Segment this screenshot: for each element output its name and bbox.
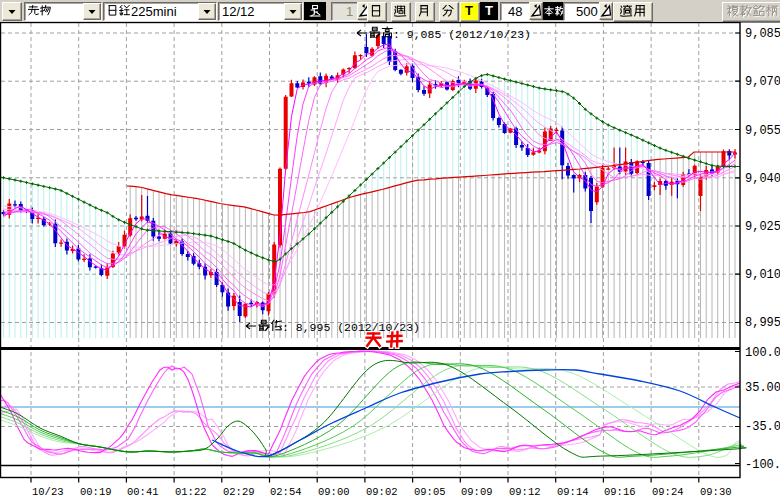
svg-text:-100.: -100. — [745, 458, 780, 472]
svg-text:: 9,085 (2012/10/23): : 9,085 (2012/10/23) — [393, 28, 531, 41]
svg-text:00:19: 00:19 — [80, 486, 112, 498]
svg-text:09:24: 09:24 — [652, 486, 684, 498]
svg-text:10/23: 10/23 — [32, 486, 64, 498]
svg-text:8,995: 8,995 — [745, 316, 780, 330]
svg-text:09:12: 09:12 — [509, 486, 541, 498]
svg-text:9,070: 9,070 — [745, 75, 780, 89]
svg-text:02:54: 02:54 — [270, 486, 302, 498]
svg-text:09:09: 09:09 — [461, 486, 493, 498]
svg-text:02:29: 02:29 — [223, 486, 255, 498]
svg-text:09:30: 09:30 — [700, 486, 732, 498]
svg-text:9,085: 9,085 — [745, 27, 780, 41]
svg-text:-35.0: -35.0 — [745, 420, 780, 434]
svg-text:09:00: 09:00 — [318, 486, 350, 498]
svg-text:9,010: 9,010 — [745, 268, 780, 282]
svg-text:35.00: 35.00 — [745, 381, 780, 395]
svg-text:9,025: 9,025 — [745, 220, 780, 234]
svg-text:01:22: 01:22 — [175, 486, 207, 498]
svg-text:09:02: 09:02 — [366, 486, 398, 498]
svg-text:9,040: 9,040 — [745, 172, 780, 186]
svg-text:09:05: 09:05 — [414, 486, 446, 498]
svg-text:09:16: 09:16 — [604, 486, 636, 498]
svg-text:100.0: 100.0 — [745, 346, 780, 360]
svg-text:9,055: 9,055 — [745, 124, 780, 138]
svg-text:00:41: 00:41 — [127, 486, 159, 498]
svg-text:09:14: 09:14 — [557, 486, 589, 498]
